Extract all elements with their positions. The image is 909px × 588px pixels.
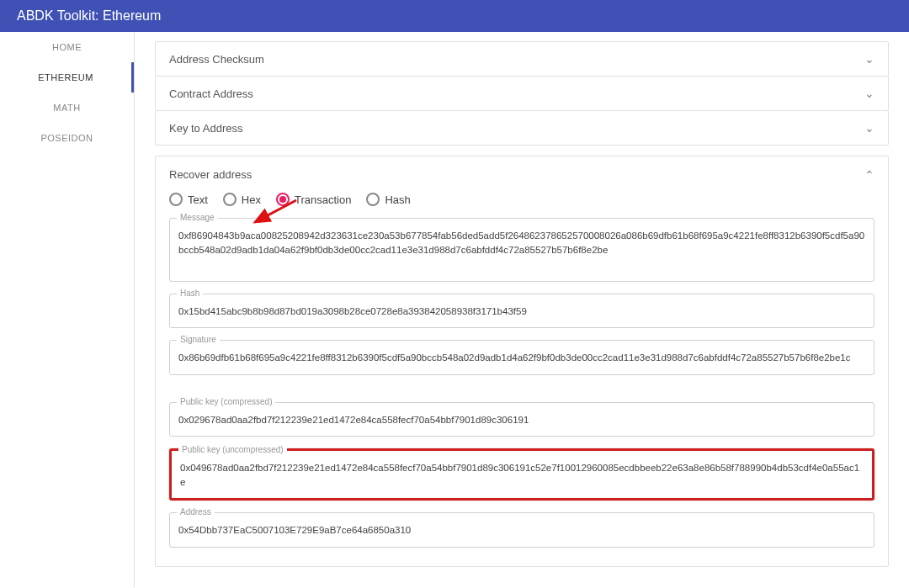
- radio-icon: [276, 193, 290, 206]
- radio-text[interactable]: Text: [169, 193, 208, 206]
- field-value: 0x86b69dfb61b68f695a9c4221fe8ff8312b6390…: [178, 351, 865, 365]
- accordion-title: Key to Address: [169, 122, 242, 135]
- field-value: 0x54Dbb737EaC5007103E729E9aB7ce64a6850a3…: [178, 523, 865, 538]
- field-address[interactable]: Address 0x54Dbb737EaC5007103E729E9aB7ce6…: [169, 512, 874, 547]
- app-header: ABDK Toolkit: Ethereum: [0, 0, 909, 32]
- accordion-key-to-address[interactable]: Key to Address ⌄: [155, 110, 889, 146]
- radio-group-mode: Text Hex Transaction Hash: [169, 193, 874, 206]
- accordion-contract-address[interactable]: Contract Address ⌄: [155, 76, 889, 111]
- radio-icon: [169, 193, 183, 206]
- accordion-address-checksum[interactable]: Address Checksum ⌄: [155, 41, 889, 77]
- sidebar-item-math[interactable]: MATH: [0, 93, 134, 123]
- chevron-up-icon[interactable]: ⌃: [864, 168, 874, 182]
- radio-transaction[interactable]: Transaction: [276, 193, 351, 206]
- accordion-title: Contract Address: [169, 87, 253, 100]
- panel-title: Recover address: [169, 168, 874, 181]
- chevron-down-icon: ⌄: [864, 121, 874, 135]
- sidebar-item-ethereum[interactable]: ETHEREUM: [0, 62, 134, 93]
- field-pubkey-compressed[interactable]: Public key (compressed) 0x029678ad0aa2fb…: [169, 402, 874, 437]
- app-title: ABDK Toolkit: Ethereum: [17, 8, 161, 23]
- layout: HOME ETHEREUM MATH POSEIDON Address Chec…: [0, 32, 909, 587]
- field-label: Message: [177, 213, 218, 222]
- panel-recover-address: Recover address ⌃ Text Hex Transaction: [155, 156, 889, 567]
- radio-hex[interactable]: Hex: [223, 193, 261, 206]
- sidebar: HOME ETHEREUM MATH POSEIDON: [0, 32, 135, 587]
- field-value: 0x029678ad0aa2fbd7f212239e21ed1472e84ca5…: [178, 413, 865, 427]
- field-value: 0x049678ad0aa2fbd7f212239e21ed1472e84ca5…: [180, 461, 864, 490]
- field-label: Signature: [177, 335, 220, 344]
- accordion-title: Address Checksum: [169, 53, 264, 66]
- field-label: Hash: [177, 289, 203, 298]
- sidebar-item-home[interactable]: HOME: [0, 32, 134, 62]
- main-content: Address Checksum ⌄ Contract Address ⌄ Ke…: [135, 32, 909, 587]
- field-hash[interactable]: Hash 0x15bd415abc9b8b98d87bd019a3098b28c…: [169, 294, 874, 328]
- field-value: 0xf86904843b9aca00825208942d323631ce230a…: [178, 229, 865, 273]
- field-signature[interactable]: Signature 0x86b69dfb61b68f695a9c4221fe8f…: [169, 340, 874, 374]
- field-pubkey-uncompressed[interactable]: Public key (uncompressed) 0x049678ad0aa2…: [169, 448, 874, 501]
- field-label: Public key (uncompressed): [178, 445, 287, 454]
- radio-hash[interactable]: Hash: [366, 193, 410, 206]
- sidebar-item-poseidon[interactable]: POSEIDON: [0, 123, 134, 153]
- radio-icon: [223, 193, 237, 206]
- field-value: 0x15bd415abc9b8b98d87bd019a3098b28ce0728…: [178, 305, 865, 319]
- chevron-down-icon: ⌄: [864, 87, 874, 100]
- radio-icon: [366, 193, 380, 206]
- chevron-down-icon: ⌄: [864, 52, 874, 66]
- field-label: Address: [177, 507, 215, 516]
- field-message[interactable]: Message 0xf86904843b9aca00825208942d3236…: [169, 218, 874, 282]
- field-label: Public key (compressed): [177, 397, 275, 406]
